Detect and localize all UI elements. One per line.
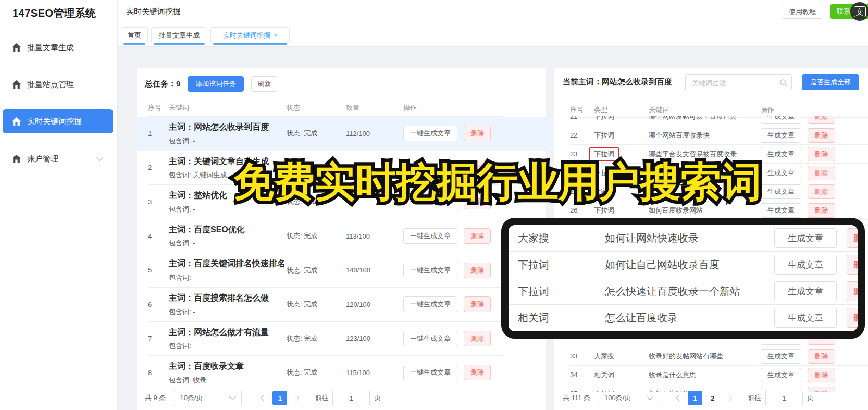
generate-article-button[interactable]: 生成文章 xyxy=(761,368,801,382)
generate-article-button[interactable]: 一键生成文章 xyxy=(403,296,457,312)
main-keyword: 主词：百度关键词排名快速排名 xyxy=(169,258,287,269)
tasks-table-body: 1 主词：网站怎么收录到百度 包含词: - 状态: 完成 112/100 一键生… xyxy=(148,117,503,390)
tutorial-button[interactable]: 使用教程 xyxy=(782,5,823,19)
close-icon[interactable]: × xyxy=(274,31,278,39)
delete-button[interactable]: 删除 xyxy=(464,228,491,244)
delete-button[interactable]: 删除 xyxy=(808,203,835,218)
table-row[interactable]: 23 下拉词 哪些平台发文容易被百度收录 生成文章 删除 xyxy=(570,145,868,164)
delete-button[interactable]: 删除 xyxy=(808,349,835,364)
sidebar-item-account[interactable]: 账户管理 xyxy=(3,147,113,171)
prev-page-button[interactable] xyxy=(256,391,271,405)
sidebar-item-keyword-mining[interactable]: 实时关键词挖掘 xyxy=(3,109,113,133)
keyword-type: 相关词 xyxy=(594,370,649,380)
row-count: 115/100 xyxy=(346,369,403,377)
include-words: 包含词: - xyxy=(169,205,287,214)
delete-button[interactable]: 删除 xyxy=(464,331,491,346)
table-row[interactable]: 2 主词：关键词文章自动生成 包含词: 关键词生成 状态: 完成 100/100… xyxy=(148,151,503,185)
generate-article-button[interactable]: 生成文章 xyxy=(761,349,801,364)
generate-article-button[interactable]: 生成文章 xyxy=(761,166,801,180)
table-row[interactable]: 5 主词：百度关键词排名快速排名 包含词: - 状态: 完成 140/100 一… xyxy=(148,253,503,288)
generate-article-button[interactable]: 一键生成文章 xyxy=(403,126,457,141)
tab-home[interactable]: 首页 xyxy=(121,27,148,43)
delete-button[interactable]: 删除 xyxy=(464,296,491,312)
next-page-button[interactable] xyxy=(289,391,303,405)
table-row[interactable]: 4 主词：百度SEO优化 包含词: - 状态: 完成 113/100 一键生成文… xyxy=(148,219,503,254)
table-row[interactable]: 26 下拉词 如何百度收录网站 生成文章 删除 xyxy=(570,201,868,220)
delete-button[interactable]: 删除 xyxy=(808,368,835,382)
add-task-button[interactable]: 添加挖词任务 xyxy=(188,76,244,92)
keyword-type: 下拉词 xyxy=(594,169,614,177)
row-status: 状态: 完成 xyxy=(287,163,346,172)
generate-article-button[interactable]: 生成文章 xyxy=(761,184,801,199)
table-row[interactable]: 34 相关词 收录是什么意思 生成文章 删除 xyxy=(570,366,868,384)
include-words: 包含词: - xyxy=(169,341,287,351)
goto-page-input[interactable] xyxy=(332,390,370,406)
refresh-button[interactable]: 刷新 xyxy=(251,76,277,92)
row-keyword: 如何让网站快速收录 xyxy=(605,231,699,245)
chevron-right-icon xyxy=(726,395,731,401)
col-ops: 操作 xyxy=(403,103,503,113)
generate-article-button[interactable]: 一键生成文章 xyxy=(403,263,457,278)
delete-button[interactable]: 删除 xyxy=(464,263,491,278)
page-size-select[interactable]: 100条/页 xyxy=(598,390,659,406)
delete-button[interactable]: 删除 xyxy=(808,184,835,199)
main-keyword: 主词：百度收录文章 xyxy=(169,361,287,372)
keyword-type: 大家搜 xyxy=(594,188,614,195)
delete-button[interactable]: 删除 xyxy=(464,365,491,380)
delete-button[interactable]: 删除 xyxy=(808,166,835,180)
generate-article-button[interactable]: 生成文章 xyxy=(761,116,801,124)
table-row[interactable]: 7 主词：网站怎么做才有流量 包含词: - 状态: 完成 123/100 一键生… xyxy=(148,322,503,356)
delete-button[interactable]: 删除 xyxy=(464,160,491,176)
generate-article-button[interactable]: 一键生成文章 xyxy=(403,160,457,176)
chevron-right-icon xyxy=(293,395,299,401)
generate-article-button[interactable]: 生成文章 xyxy=(761,128,801,143)
col-keyword: 关键词 xyxy=(169,103,287,113)
zoom-table-row: 大家搜 如何让网站快速收录 生成文章 删除 xyxy=(509,225,858,252)
page-number-1[interactable]: 1 xyxy=(272,391,287,405)
tab-batch-article[interactable]: 批量文章生成 xyxy=(151,27,207,43)
sidebar-item-batch-site[interactable]: 批量站点管理 xyxy=(3,72,113,96)
row-actions: 一键生成文章 删除 xyxy=(403,263,503,278)
delete-button[interactable]: 删除 xyxy=(464,194,491,209)
delete-button[interactable]: 删除 xyxy=(464,126,491,141)
generate-article-button[interactable]: 生成文章 xyxy=(761,203,801,218)
table-row[interactable]: 33 大家搜 收录好的发帖网站有哪些 生成文章 删除 xyxy=(570,347,868,366)
generate-article-button[interactable]: 一键生成文章 xyxy=(403,194,457,209)
generate-all-button[interactable]: 是否生成全部 xyxy=(802,74,859,90)
goto-label: 前往 xyxy=(748,393,761,403)
generate-article-button: 生成文章 xyxy=(774,228,837,248)
goto-page-input[interactable] xyxy=(765,390,803,406)
delete-button[interactable]: 删除 xyxy=(808,128,835,143)
total-count-label: 共 111 条 xyxy=(563,393,590,403)
generate-article-button[interactable]: 一键生成文章 xyxy=(403,331,457,346)
table-row[interactable]: 22 下拉词 哪个网站百度收录快 生成文章 删除 xyxy=(570,126,868,145)
table-row[interactable]: 1 主词：网站怎么收录到百度 包含词: - 状态: 完成 112/100 一键生… xyxy=(148,117,503,151)
row-number: 26 xyxy=(570,206,594,214)
prev-page-button[interactable] xyxy=(672,391,686,405)
table-row[interactable]: 8 主词：百度收录文章 包含词: 收录 状态: 完成 115/100 一键生成文… xyxy=(148,356,503,390)
table-row[interactable]: 3 主词：整站优化 包含词: - 状态: 完成 一键生成文章 删除 xyxy=(148,185,503,219)
col-count: 数量 xyxy=(346,103,403,113)
delete-button[interactable]: 删除 xyxy=(808,116,835,124)
generate-article-button[interactable]: 一键生成文章 xyxy=(403,365,457,380)
top-header: 实时关键词挖掘 使用教程 联系客服 文 xyxy=(118,0,868,23)
table-row[interactable]: 21 下拉词 哪个网站发帖可以上百度首页 生成文章 删除 xyxy=(570,116,868,126)
next-page-button[interactable] xyxy=(722,391,736,405)
generate-article-button[interactable]: 生成文章 xyxy=(761,147,801,161)
delete-button[interactable]: 删除 xyxy=(808,147,835,161)
table-row[interactable]: 6 主词：百度搜索排名怎么做 包含词: - 状态: 完成 120/100 一键生… xyxy=(148,288,503,322)
table-row[interactable]: 25 大家搜 … 生成文章 删除 xyxy=(570,182,868,201)
keyword-filter-input[interactable] xyxy=(685,74,792,91)
page-number-2[interactable]: 2 xyxy=(705,391,720,405)
row-actions: 生成文章 删除 xyxy=(761,368,868,382)
row-type: 下拉词 xyxy=(594,206,649,215)
translate-extension-icon[interactable]: 文 xyxy=(850,2,868,21)
generate-article-button[interactable]: 一键生成文章 xyxy=(403,228,457,244)
tab-keyword-mining[interactable]: 实时关键词挖掘 × xyxy=(210,27,290,43)
row-status: 状态: 完成 xyxy=(287,197,346,206)
page-size-select[interactable]: 10条/页 xyxy=(173,390,242,406)
chevron-left-icon xyxy=(676,395,681,401)
page-number-1[interactable]: 1 xyxy=(688,391,702,405)
sidebar-item-batch-article[interactable]: 批量文章生成 xyxy=(3,35,113,59)
table-row[interactable]: 24 下拉词 如… 生成文章 删除 xyxy=(570,164,868,182)
